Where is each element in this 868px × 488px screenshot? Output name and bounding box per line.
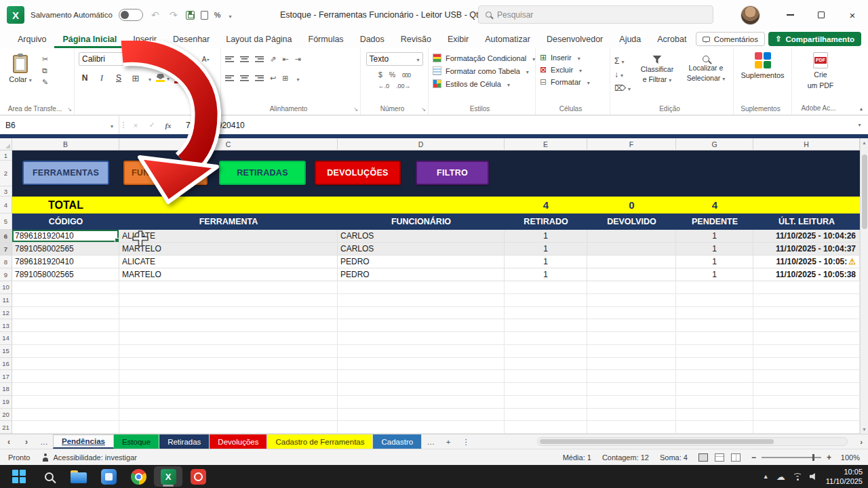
- chrome-button[interactable]: [124, 466, 153, 487]
- clear-icon[interactable]: ⌦: [614, 83, 631, 93]
- grid-cell[interactable]: 7891058002565: [12, 268, 119, 281]
- grid-cell[interactable]: 1: [505, 230, 587, 243]
- grid-cell[interactable]: [338, 281, 505, 294]
- ribbon-tab-inserir[interactable]: Inserir: [125, 30, 165, 48]
- grid-row-empty[interactable]: [12, 281, 860, 294]
- user-avatar[interactable]: [741, 6, 760, 24]
- grid-row-empty[interactable]: [12, 294, 860, 307]
- merge-center-icon[interactable]: ⊞: [282, 75, 288, 82]
- row-header[interactable]: 15: [0, 345, 12, 358]
- row-header[interactable]: 19: [0, 396, 12, 409]
- insert-cells-button[interactable]: ⊞ Inserir: [540, 54, 606, 62]
- grid-cell[interactable]: [505, 383, 587, 396]
- wrap-text-icon[interactable]: ↩: [270, 75, 276, 82]
- grid-cell[interactable]: [505, 396, 587, 409]
- search-input[interactable]: Pesquisar: [478, 5, 713, 24]
- increase-font-icon[interactable]: [184, 52, 197, 66]
- row-header[interactable]: 17: [0, 370, 12, 383]
- grid-cell[interactable]: [587, 307, 676, 320]
- row-header[interactable]: 1: [0, 150, 12, 161]
- new-sheet-button[interactable]: +: [439, 434, 457, 449]
- grid-cell[interactable]: [338, 294, 505, 307]
- decrease-indent-icon[interactable]: ⇤: [282, 56, 288, 63]
- grid-cell[interactable]: [676, 281, 753, 294]
- grid-cell[interactable]: [753, 307, 860, 320]
- grid-row-empty[interactable]: [12, 383, 860, 396]
- grid-cell[interactable]: MARTELO: [119, 268, 338, 281]
- tray-overflow-icon[interactable]: ▲: [763, 473, 769, 480]
- grid-cell[interactable]: [119, 294, 338, 307]
- zoom-slider[interactable]: [762, 457, 821, 458]
- devolucoes-button[interactable]: DEVOLUÇÕES: [315, 161, 401, 185]
- share-button[interactable]: ⇧ Compartilhamento: [768, 32, 861, 46]
- grid-cell[interactable]: 11/10/2025 - 10:05: ⚠: [753, 256, 860, 268]
- row-header[interactable]: 14: [0, 332, 12, 345]
- grid-row-empty[interactable]: [12, 332, 860, 345]
- sheet-next-icon[interactable]: ›: [18, 434, 35, 449]
- copy-icon[interactable]: ⧉: [42, 67, 48, 75]
- dialog-launcher-icon[interactable]: ↘: [353, 106, 358, 113]
- delete-cells-button[interactable]: ⊠ Excluir: [540, 66, 606, 74]
- number-format-select[interactable]: Texto: [366, 52, 423, 66]
- accounting-format-icon[interactable]: [378, 70, 382, 79]
- formula-input[interactable]: 7896181920410: [176, 116, 849, 134]
- column-header-c[interactable]: C: [119, 138, 338, 150]
- italic-button[interactable]: I: [96, 71, 108, 85]
- row-header[interactable]: 13: [0, 319, 12, 332]
- grid-cell[interactable]: [12, 319, 119, 332]
- align-top-icon[interactable]: [225, 56, 234, 62]
- grid-cell[interactable]: 11/10/2025 - 10:04:37: [753, 243, 860, 256]
- grid-cell[interactable]: [338, 421, 505, 434]
- ribbon-tab-desenvolvedor[interactable]: Desenvolvedor: [538, 30, 611, 48]
- sheet-tab-estoque[interactable]: Estoque: [114, 434, 159, 449]
- orientation-icon[interactable]: ⇗: [270, 56, 276, 63]
- accessibility-status[interactable]: Acessibilidade: investigar: [42, 453, 137, 462]
- row-header[interactable]: 4: [0, 197, 12, 214]
- grid-cell[interactable]: [676, 307, 753, 320]
- grid-cell[interactable]: [12, 396, 119, 409]
- grid-cell[interactable]: [119, 421, 338, 434]
- confirm-entry-icon[interactable]: ✓: [144, 116, 160, 134]
- percent-style-icon[interactable]: %: [214, 11, 221, 19]
- ribbon-tab-acrobat[interactable]: Acrobat: [649, 30, 694, 48]
- sheet-overflow-icon[interactable]: …: [422, 434, 439, 449]
- grid-cell[interactable]: MARTELO: [119, 243, 338, 256]
- grid-cell[interactable]: PEDRO: [338, 268, 505, 281]
- grid-cell[interactable]: [12, 294, 119, 307]
- grid-row-empty[interactable]: [12, 396, 860, 409]
- dialog-launcher-icon[interactable]: ↘: [421, 106, 426, 113]
- app-button-blue[interactable]: [94, 466, 123, 487]
- grid-cell[interactable]: [753, 358, 860, 371]
- sheet-options-icon[interactable]: ⋮: [457, 434, 475, 449]
- file-explorer-button[interactable]: [64, 466, 93, 487]
- grid-cell[interactable]: [338, 370, 505, 383]
- sort-filter-button[interactable]: Classificar e Filtrar: [635, 52, 679, 102]
- fill-icon[interactable]: ↓: [614, 70, 631, 79]
- borders-icon[interactable]: [130, 71, 142, 85]
- grid-cell[interactable]: [505, 345, 587, 358]
- align-center-icon[interactable]: [240, 75, 249, 81]
- grid-cell[interactable]: [587, 421, 676, 434]
- row-header[interactable]: 8: [0, 256, 12, 268]
- page-layout-view-icon[interactable]: [715, 453, 724, 462]
- ribbon-tab-desenhar[interactable]: Desenhar: [165, 30, 218, 48]
- select-all-corner[interactable]: [0, 138, 12, 150]
- dialog-launcher-icon[interactable]: ↘: [214, 106, 218, 113]
- taskbar-search-button[interactable]: [35, 466, 63, 487]
- grid-row-empty[interactable]: [12, 345, 860, 358]
- format-as-table-button[interactable]: Formatar como Tabela: [433, 66, 531, 75]
- network-icon[interactable]: [793, 473, 802, 481]
- grid-cell[interactable]: [119, 370, 338, 383]
- new-document-icon[interactable]: [201, 11, 208, 20]
- grid-cell[interactable]: [753, 319, 860, 332]
- grid-cell[interactable]: [12, 332, 119, 345]
- addins-button[interactable]: Suplementos: [741, 52, 784, 79]
- grid-cell[interactable]: [676, 409, 753, 422]
- align-middle-icon[interactable]: [240, 56, 249, 62]
- grid-cell[interactable]: [676, 345, 753, 358]
- name-box[interactable]: B6: [0, 116, 119, 134]
- grid-cell[interactable]: [338, 409, 505, 422]
- ribbon-tab-revisao[interactable]: Revisão: [393, 30, 439, 48]
- decrease-decimal-icon[interactable]: [396, 83, 411, 89]
- vertical-scrollbar[interactable]: ▲ ▼: [860, 138, 868, 434]
